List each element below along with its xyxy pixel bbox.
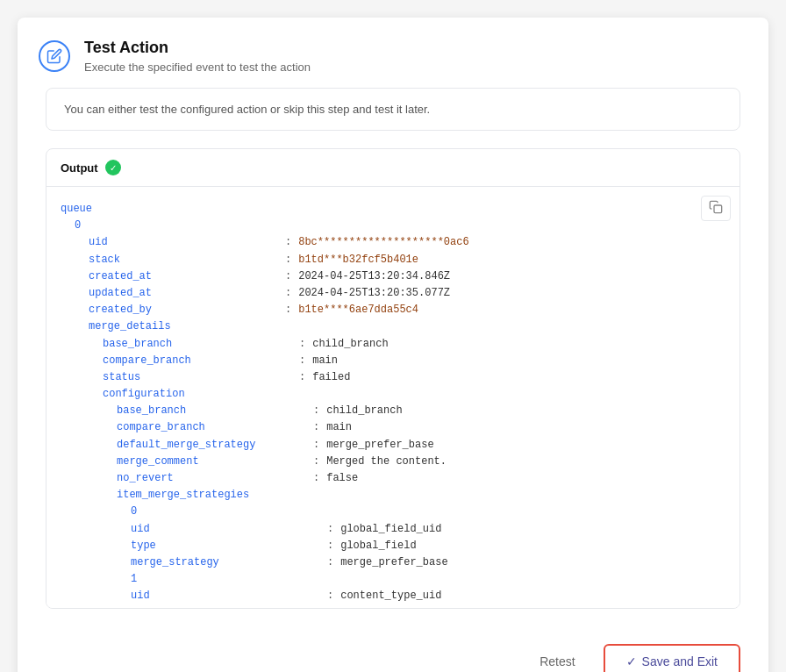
list-item: merge_comment : Merged the content. [61,454,725,470]
info-box: You can either test the configured actio… [46,88,740,131]
list-item: uid : global_field_uid [61,521,725,538]
list-item: uid : content_type_uid [61,588,725,604]
list-item: queue [61,201,725,218]
list-item: base_branch : child_branch [61,336,725,353]
list-item: 0 [61,504,725,520]
list-item: merge_strategy : merge_prefer_base [61,554,725,571]
output-section: Output ✓ queue 0 [46,148,740,609]
svg-rect-0 [714,205,722,213]
page-subtitle: Execute the specified event to test the … [84,61,311,74]
save-exit-label: Save and Exit [642,654,718,668]
main-content: You can either test the configured actio… [18,88,768,630]
list-item: created_at : 2024-04-25T13:20:34.846Z [61,268,725,285]
list-item: base_branch : child_branch [61,403,725,419]
list-item: created_by : b1te****6ae7dda55c4 [61,302,725,318]
list-item: status : failed [61,369,725,386]
output-label: Output [61,161,98,175]
output-body: queue 0 uid : 8bc********************0ac… [46,187,740,608]
list-item: compare_branch : main [61,353,725,369]
header: Test Action Execute the specified event … [18,18,768,88]
list-item: updated_at : 2024-04-25T13:20:35.077Z [61,285,725,302]
info-text: You can either test the configured actio… [64,103,430,116]
list-item: type : global_field [61,538,725,554]
list-item: default_merge_strategy : merge_prefer_ba… [61,437,725,454]
retest-button[interactable]: Retest [525,646,589,672]
list-item: compare_branch : main [61,419,725,436]
list-item: uid : 8bc********************0ac6 [61,234,725,251]
save-exit-button[interactable]: ✓ Save and Exit [604,644,740,672]
page-title: Test Action [84,39,311,57]
footer: Retest ✓ Save and Exit [18,630,768,672]
save-icon: ✓ [626,654,637,668]
list-item: no_revert : false [61,470,725,487]
list-item: merge_details [61,318,725,335]
list-item: stack : b1td***b32fcf5b401e [61,252,725,268]
copy-button[interactable] [701,196,731,221]
output-status-icon: ✓ [105,160,121,175]
list-item: item_merge_strategies [61,487,725,504]
action-icon [39,40,70,72]
output-scroll[interactable]: queue 0 uid : 8bc********************0ac… [46,187,740,608]
list-item: configuration [61,386,725,403]
list-item: 1 [61,571,725,588]
output-header: Output ✓ [46,149,740,187]
list-item: 0 [61,218,725,234]
page-container: Test Action Execute the specified event … [18,18,768,672]
header-text: Test Action Execute the specified event … [84,39,311,74]
